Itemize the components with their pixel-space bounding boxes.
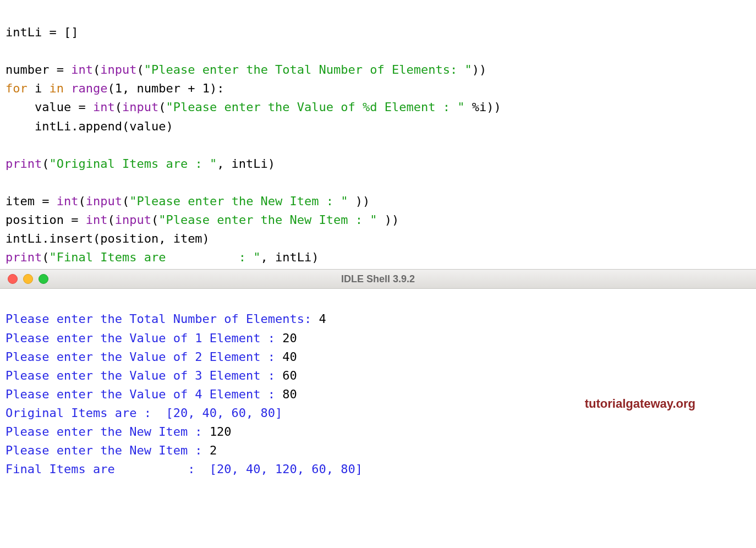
- prompt-text: Please enter the Value of 2 Element :: [6, 350, 282, 364]
- user-input: 60: [282, 369, 297, 382]
- paren: (: [107, 213, 114, 227]
- builtin-int: int: [86, 213, 108, 227]
- paren: )): [472, 63, 487, 76]
- code-text: (1, number + 1):: [107, 81, 224, 95]
- user-input: 120: [210, 425, 232, 439]
- code-text: [64, 81, 71, 95]
- prompt-text: Please enter the New Item :: [6, 443, 210, 457]
- prompt-text: Please enter the Total Number of Element…: [6, 312, 319, 326]
- user-input: 20: [282, 331, 297, 345]
- code-line: intLi.append(value): [6, 119, 173, 133]
- output-line: Final Items are : [20, 40, 120, 60, 80]: [6, 462, 363, 476]
- code-text: , intLi): [261, 250, 319, 264]
- string-literal: "Please enter the Value of %d Element : …: [166, 100, 464, 114]
- builtin-int: int: [57, 194, 79, 208]
- string-literal: "Final Items are : ": [49, 250, 260, 264]
- paren: (: [158, 100, 166, 114]
- keyword-in: in: [50, 81, 64, 95]
- user-input: 4: [319, 312, 326, 326]
- prompt-text: Please enter the Value of 3 Element :: [6, 369, 282, 382]
- paren: (: [42, 250, 49, 264]
- code-text: )): [377, 213, 399, 227]
- output-line: Original Items are : [20, 40, 60, 80]: [6, 406, 282, 420]
- user-input: 2: [210, 443, 217, 457]
- code-text: number =: [6, 63, 71, 76]
- code-text: i: [28, 81, 50, 95]
- shell-window-titlebar: IDLE Shell 3.9.2: [0, 269, 756, 289]
- string-literal: "Please enter the New Item : ": [129, 194, 348, 208]
- prompt-text: Please enter the Value of 4 Element :: [6, 387, 282, 401]
- code-line: intLi = []: [6, 25, 78, 39]
- builtin-input: input: [115, 213, 151, 227]
- code-text: )): [348, 194, 370, 208]
- code-text: position =: [6, 213, 86, 227]
- keyword-for: for: [6, 81, 28, 95]
- window-title: IDLE Shell 3.9.2: [0, 273, 756, 285]
- builtin-int: int: [71, 63, 93, 76]
- user-input: 80: [282, 387, 297, 401]
- watermark: tutorialgateway.org: [585, 394, 695, 413]
- builtin-input: input: [86, 194, 122, 208]
- builtin-print: print: [6, 250, 42, 264]
- user-input: 40: [282, 350, 297, 364]
- builtin-print: print: [6, 157, 42, 171]
- code-text: value =: [6, 100, 93, 114]
- code-text: item =: [6, 194, 57, 208]
- paren: (: [122, 194, 129, 208]
- builtin-range: range: [71, 81, 107, 95]
- builtin-input: input: [122, 100, 158, 114]
- paren: (: [42, 157, 49, 171]
- string-literal: "Please enter the Total Number of Elemen…: [144, 63, 472, 76]
- builtin-input: input: [100, 63, 136, 76]
- paren: (: [93, 63, 100, 76]
- code-text: %i)): [465, 100, 501, 114]
- shell-output: Please enter the Total Number of Element…: [0, 289, 756, 503]
- paren: (: [151, 213, 158, 227]
- paren: (: [136, 63, 144, 76]
- paren: (: [115, 100, 122, 114]
- builtin-int: int: [93, 100, 115, 114]
- string-literal: "Please enter the New Item : ": [158, 213, 377, 227]
- code-line: intLi.insert(position, item): [6, 232, 210, 245]
- prompt-text: Please enter the Value of 1 Element :: [6, 331, 282, 345]
- prompt-text: Please enter the New Item :: [6, 425, 210, 439]
- code-text: , intLi): [217, 157, 275, 171]
- code-editor: intLi = [] number = int(input("Please en…: [0, 0, 756, 269]
- paren: (: [78, 194, 85, 208]
- string-literal: "Original Items are : ": [49, 157, 217, 171]
